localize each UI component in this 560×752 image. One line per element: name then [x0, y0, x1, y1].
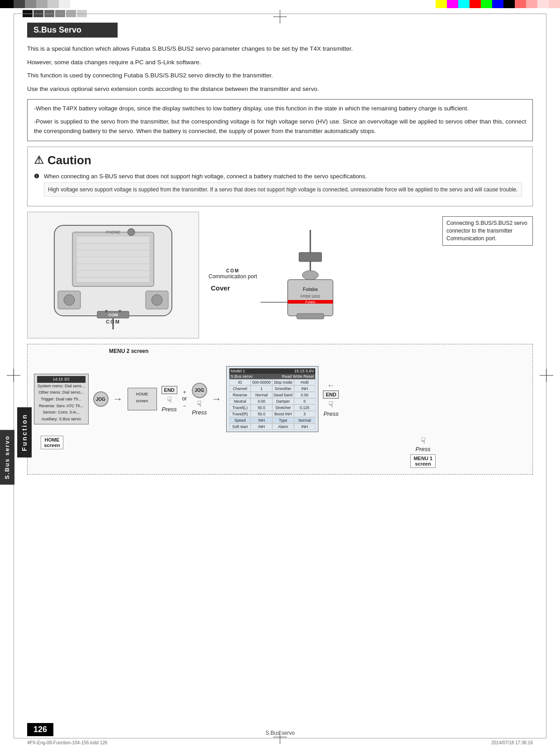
end-press-group: END ☟ Press	[161, 386, 177, 413]
com-port-text: COM Communication port	[209, 268, 257, 280]
main-content: S.Bus Servo This is a special function w…	[27, 23, 533, 725]
menu2-label: MENU 2 screen	[109, 348, 148, 354]
svg-point-18	[128, 228, 135, 236]
end-button-2[interactable]: END	[323, 390, 339, 399]
left-crosshair	[7, 369, 20, 384]
caution-item-text: When connecting an S-BUS servo that does…	[44, 172, 522, 181]
screen-labels-row: HOMEscreen ☟ Press MENU 1screen	[34, 436, 526, 468]
svg-text:COM: COM	[109, 313, 118, 317]
footer-left: 4PX-Eng-08-Function-104-156.indd 126	[27, 740, 107, 745]
home-screen-box: HOMEscreen	[128, 388, 157, 410]
menu1-screen-label: MENU 1screen	[410, 454, 436, 468]
flow-arrow-2: →	[212, 393, 222, 405]
svg-point-12	[64, 295, 75, 305]
function-sidebar-label: Function	[17, 407, 32, 457]
menu2-screen-box: 14:15 3/2 System menu: Dial sens... Othe…	[34, 374, 89, 424]
jog-button-1-group: JOG	[93, 391, 109, 407]
page-number: 126	[27, 723, 53, 736]
callout-text: Connecting S.BUS/S.BUS2 servo connector …	[446, 220, 527, 242]
svg-point-20	[119, 310, 121, 313]
callout-box: Connecting S.BUS/S.BUS2 servo connector …	[442, 216, 533, 245]
svg-rect-23	[299, 252, 322, 262]
com-letters: COM	[209, 268, 257, 273]
left-arrow-icon: ←	[327, 381, 335, 390]
home-screen-group: 14:15 3/2 System menu: Dial sens... Othe…	[34, 374, 89, 424]
sbus-screen-group: Model 1 15:15 5.6V S.Bus servo Read Writ…	[226, 366, 318, 432]
color-calibration-bar	[0, 0, 560, 8]
jog-button-2-group: JOG ☟ Press	[192, 383, 207, 416]
warning-triangle-icon: ⚠	[34, 154, 44, 167]
paragraph-1: This is a special function which allows …	[27, 44, 533, 54]
svg-point-19	[105, 310, 108, 313]
jog-button-2[interactable]: JOG	[192, 383, 207, 398]
caution-section: ⚠ Caution ❶ When connecting an S-BUS ser…	[27, 147, 533, 207]
flow-row: 14:15 3/2 System menu: Dial sens... Othe…	[34, 366, 526, 432]
svg-point-28	[302, 271, 318, 280]
bottom-crosshair	[273, 730, 287, 745]
plus-or-selector: ＋ or －	[182, 389, 187, 410]
caution-bullet: ❶	[34, 172, 41, 197]
press-label-1: Press	[162, 406, 177, 413]
home-screen-group: HOMEscreen	[128, 388, 157, 410]
svg-text:PHONE: PHONE	[106, 230, 120, 234]
diagram-area: COM PHONE COM Connecting S.B	[27, 212, 533, 338]
press-label-3: Press	[323, 410, 338, 417]
cover-label: Cover	[211, 284, 230, 292]
flow-arrow-1: →	[113, 393, 123, 405]
warning-box: -When the T4PX battery voltage drops, si…	[27, 99, 533, 141]
transmitter-diagram: COM PHONE COM	[27, 212, 199, 338]
caution-item-1: ❶ When connecting an S-BUS servo that do…	[34, 172, 526, 197]
hand-pointing-down-icon-3: ☟	[328, 400, 333, 409]
paragraph-4: Use the various optional servo extension…	[27, 84, 533, 94]
svg-rect-29	[297, 314, 324, 319]
footer-right: 2014/07/18 17:36:16	[491, 740, 533, 745]
com-port-label: COM	[106, 319, 120, 324]
svg-text:Futaba: Futaba	[303, 287, 318, 292]
servo-connection-svg: Futaba FRBF1800 Futaba	[261, 230, 360, 334]
svg-point-14	[152, 295, 162, 305]
end-button-1[interactable]: END	[161, 386, 177, 394]
hand-pointing-down-icon-4: ☟	[410, 436, 436, 446]
hand-pointing-down-icon-1: ☟	[167, 395, 172, 405]
menu1-screen-group: ☟ Press MENU 1screen	[410, 436, 436, 468]
jog-button-1[interactable]: JOG	[93, 391, 109, 407]
function-tab: S.Bus servo	[0, 430, 14, 485]
warning-text-1: -When the T4PX battery voltage drops, si…	[34, 104, 526, 114]
right-crosshair	[540, 369, 553, 384]
sbus-screen-box: Model 1 15:15 5.6V S.Bus servo Read Writ…	[226, 366, 318, 432]
paragraph-2: However, some data changes require a PC …	[27, 57, 533, 67]
caution-title: ⚠ Caution	[34, 153, 526, 167]
com-port-label-text: Communication port	[209, 273, 257, 280]
end-press-group-2: ← END ☟ Press	[323, 381, 339, 417]
press-label-2: Press	[192, 409, 207, 416]
svg-text:Futaba: Futaba	[305, 300, 315, 304]
home-screen-label: HOMEscreen	[34, 436, 70, 468]
flow-diagram: MENU 2 screen 14:15 3/2 System menu: Dia…	[27, 344, 533, 475]
hand-pointing-down-icon-2: ☟	[197, 399, 202, 409]
warning-text-2: -Power is supplied to the servo from the…	[34, 117, 526, 136]
press-label-4: Press	[410, 446, 436, 452]
transmitter-svg: COM PHONE	[36, 216, 190, 334]
connection-diagram: Connecting S.BUS/S.BUS2 servo connector …	[206, 212, 533, 338]
paragraph-3: This function is used by connecting Futa…	[27, 71, 533, 81]
section-title: S.Bus Servo	[27, 23, 118, 38]
caution-sub-text: High voltage servo support voltage is su…	[44, 182, 522, 197]
svg-text:FRBF1800: FRBF1800	[300, 294, 320, 299]
